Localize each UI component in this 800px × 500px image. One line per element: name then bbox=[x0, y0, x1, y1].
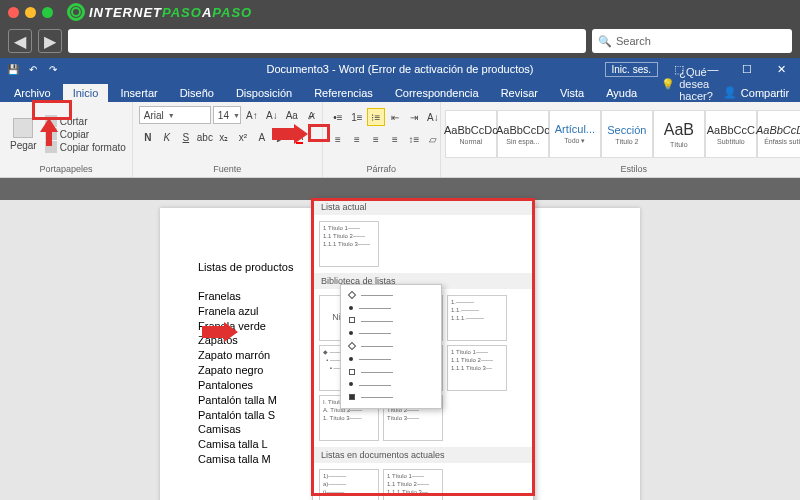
clear-format-button[interactable]: A̷ bbox=[303, 106, 321, 124]
style-normal[interactable]: AaBbCcDcNormal bbox=[445, 110, 497, 158]
ml-thumb-doc1[interactable]: 1)———a)———i)——— bbox=[319, 469, 379, 500]
autosave-icon[interactable]: 💾 bbox=[6, 62, 20, 76]
align-left-button[interactable]: ≡ bbox=[329, 130, 347, 148]
ribbon-tabs: Archivo Inicio Insertar Diseño Disposici… bbox=[0, 80, 800, 102]
group-parrafo: •≡ 1≡ ⁝≡ ⇤ ⇥ A↓ ¶ ≡ ≡ ≡ ≡ ↕≡ ▱ ⊞ Párrafo bbox=[323, 102, 441, 177]
logo-text-1: INTERNET bbox=[89, 5, 162, 20]
group-label-portapapeles: Portapapeles bbox=[4, 164, 128, 175]
line-spacing-button[interactable]: ↕≡ bbox=[405, 130, 423, 148]
change-case-button[interactable]: Aa bbox=[283, 106, 301, 124]
ml-section-docs: Listas en documentos actuales bbox=[313, 447, 533, 463]
numbering-button[interactable]: 1≡ bbox=[348, 108, 366, 126]
tab-insertar[interactable]: Insertar bbox=[110, 84, 167, 102]
italic-button[interactable]: K bbox=[158, 128, 176, 146]
win-max-icon[interactable]: ☐ bbox=[734, 63, 760, 76]
increase-indent-button[interactable]: ⇥ bbox=[405, 108, 423, 126]
tab-diseno[interactable]: Diseño bbox=[170, 84, 224, 102]
cut-button[interactable]: Cortar bbox=[45, 115, 126, 127]
window-min-btn[interactable] bbox=[25, 7, 36, 18]
browser-chrome: INTERNET PASO A PASO ◀ ▶ 🔍 Search bbox=[0, 0, 800, 58]
group-label-parrafo: Párrafo bbox=[327, 164, 436, 175]
win-close-icon[interactable]: ✕ bbox=[768, 63, 794, 76]
tab-correspondencia[interactable]: Correspondencia bbox=[385, 84, 489, 102]
tab-ayuda[interactable]: Ayuda bbox=[596, 84, 647, 102]
window-close-btn[interactable] bbox=[8, 7, 19, 18]
search-bar[interactable]: 🔍 Search bbox=[592, 29, 792, 53]
sort-button[interactable]: A↓ bbox=[424, 108, 442, 126]
justify-button[interactable]: ≡ bbox=[386, 130, 404, 148]
subscript-button[interactable]: x₂ bbox=[215, 128, 233, 146]
style-heading1[interactable]: Artícul...Todo ▾ bbox=[549, 110, 601, 158]
decrease-indent-button[interactable]: ⇤ bbox=[386, 108, 404, 126]
logo-text-4: PASO bbox=[212, 5, 252, 20]
tell-me-box[interactable]: 💡 ¿Qué desea hacer? bbox=[661, 66, 713, 102]
redo-icon[interactable]: ↷ bbox=[46, 62, 60, 76]
style-title[interactable]: AaBTítulo bbox=[653, 110, 705, 158]
font-name-combo[interactable]: Arial▼ bbox=[139, 106, 211, 124]
search-placeholder: Search bbox=[616, 35, 651, 47]
window-max-btn[interactable] bbox=[42, 7, 53, 18]
align-right-button[interactable]: ≡ bbox=[367, 130, 385, 148]
style-heading2[interactable]: SecciónTítulo 2 bbox=[601, 110, 653, 158]
share-button[interactable]: 👤 Compartir bbox=[715, 83, 797, 102]
nav-back-button[interactable]: ◀ bbox=[8, 29, 32, 53]
tab-archivo[interactable]: Archivo bbox=[4, 84, 61, 102]
grow-font-button[interactable]: A↑ bbox=[243, 106, 261, 124]
style-subtitle[interactable]: AaBbCcCSubtítulo bbox=[705, 110, 757, 158]
brush-icon bbox=[45, 141, 57, 153]
document-title: Documento3 - Word (Error de activación d… bbox=[267, 63, 534, 75]
ml-section-current: Lista actual bbox=[313, 199, 533, 215]
paste-label: Pegar bbox=[10, 140, 37, 151]
style-emphasis[interactable]: AaBbCcDcÉnfasis sutil bbox=[757, 110, 800, 158]
group-portapapeles: Pegar Cortar Copiar Copiar formato Porta… bbox=[0, 102, 133, 177]
url-bar[interactable] bbox=[68, 29, 586, 53]
share-label: Compartir bbox=[741, 87, 789, 99]
logo-text-3: A bbox=[202, 5, 212, 20]
group-label-estilos: Estilos bbox=[445, 164, 800, 175]
tab-vista[interactable]: Vista bbox=[550, 84, 594, 102]
signin-button[interactable]: Inic. ses. bbox=[605, 62, 658, 77]
font-color-button[interactable]: A bbox=[291, 128, 309, 146]
copy-button[interactable]: Copiar bbox=[45, 128, 126, 140]
shrink-font-button[interactable]: A↓ bbox=[263, 106, 281, 124]
underline-button[interactable]: S bbox=[177, 128, 195, 146]
ml-thumb-doc2[interactable]: 1 Título 1——1.1 Título 2——1.1.1 Título 3… bbox=[383, 469, 443, 500]
paste-button[interactable]: Pegar bbox=[4, 116, 43, 153]
text-effects-button[interactable]: A bbox=[253, 128, 271, 146]
strike-button[interactable]: abc bbox=[196, 128, 214, 146]
site-logo: INTERNET PASO A PASO bbox=[67, 3, 252, 21]
group-label-fuente: Fuente bbox=[137, 164, 318, 175]
bullets-button[interactable]: •≡ bbox=[329, 108, 347, 126]
bullet-preview-flyout: ———— ———— ———— ———— ———— ———— ———— ———— … bbox=[340, 284, 442, 409]
undo-icon[interactable]: ↶ bbox=[26, 62, 40, 76]
multilevel-list-button[interactable]: ⁝≡ bbox=[367, 108, 385, 126]
cut-icon bbox=[45, 115, 57, 127]
group-estilos: AaBbCcDcNormal AaBbCcDcSin espa... Artíc… bbox=[441, 102, 800, 177]
tab-disposicion[interactable]: Disposición bbox=[226, 84, 302, 102]
ml-thumb-1titulo[interactable]: 1 Título 1——1.1 Título 2——1.1.1 Título 3… bbox=[447, 345, 507, 391]
tab-revisar[interactable]: Revisar bbox=[491, 84, 548, 102]
align-center-button[interactable]: ≡ bbox=[348, 130, 366, 148]
ribbon: Pegar Cortar Copiar Copiar formato Porta… bbox=[0, 102, 800, 178]
logo-text-2: PASO bbox=[162, 5, 202, 20]
paste-icon bbox=[13, 118, 33, 138]
format-painter-button[interactable]: Copiar formato bbox=[45, 141, 126, 153]
tell-me-label: ¿Qué desea hacer? bbox=[679, 66, 713, 102]
highlight-button[interactable]: 🖍 bbox=[272, 128, 290, 146]
font-size-combo[interactable]: 14▼ bbox=[213, 106, 241, 124]
superscript-button[interactable]: x² bbox=[234, 128, 252, 146]
group-fuente: Arial▼ 14▼ A↑ A↓ Aa A̷ N K S abc x₂ x² A… bbox=[133, 102, 323, 177]
tab-inicio[interactable]: Inicio bbox=[63, 84, 109, 102]
copy-icon bbox=[45, 128, 57, 140]
logo-icon bbox=[67, 3, 85, 21]
search-icon: 🔍 bbox=[598, 35, 612, 48]
ml-thumb-111[interactable]: 1.———1.1.———1.1.1.——— bbox=[447, 295, 507, 341]
nav-fwd-button[interactable]: ▶ bbox=[38, 29, 62, 53]
shading-button[interactable]: ▱ bbox=[424, 130, 442, 148]
style-nospace[interactable]: AaBbCcDcSin espa... bbox=[497, 110, 549, 158]
tab-referencias[interactable]: Referencias bbox=[304, 84, 383, 102]
bold-button[interactable]: N bbox=[139, 128, 157, 146]
styles-gallery[interactable]: AaBbCcDcNormal AaBbCcDcSin espa... Artíc… bbox=[445, 110, 800, 158]
ml-thumb-current[interactable]: 1 Título 1—— 1.1 Título 2—— 1.1.1 Título… bbox=[319, 221, 379, 267]
